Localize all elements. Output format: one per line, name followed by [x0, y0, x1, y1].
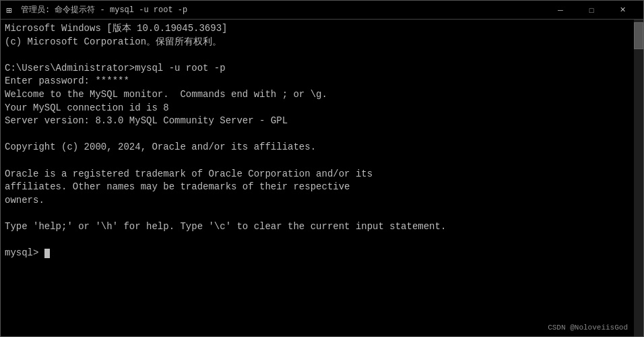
- scrollbar-thumb[interactable]: [634, 22, 643, 49]
- close-button[interactable]: ✕: [607, 1, 638, 20]
- terminal-line: Copyright (c) 2000, 2024, Oracle and/or …: [5, 141, 630, 154]
- terminal-line: [5, 49, 630, 62]
- content-area: Microsoft Windows [版本 10.0.19045.3693](c…: [1, 20, 643, 336]
- title-bar: ⊞ 管理员: 命令提示符 - mysql -u root -p ─ □ ✕: [1, 1, 643, 20]
- terminal-line: owners.: [5, 194, 630, 208]
- terminal-line: [5, 128, 630, 142]
- cursor: [44, 249, 50, 258]
- watermark: CSDN @NoloveiisGod: [548, 324, 628, 332]
- terminal-line: mysql>: [5, 247, 630, 260]
- terminal-line: Type 'help;' or '\h' for help. Type '\c'…: [5, 220, 630, 234]
- terminal-line: C:\Users\Administrator>mysql -u root -p: [5, 62, 630, 75]
- title-bar-controls: ─ □ ✕: [545, 1, 638, 20]
- terminal-line: [5, 154, 630, 168]
- terminal-line: [5, 207, 630, 220]
- window: ⊞ 管理员: 命令提示符 - mysql -u root -p ─ □ ✕ Mi…: [0, 0, 644, 337]
- terminal-line: (c) Microsoft Corporation。保留所有权利。: [5, 36, 630, 49]
- maximize-button[interactable]: □: [576, 1, 607, 20]
- terminal-line: Oracle is a registered trademark of Orac…: [5, 168, 630, 181]
- title-bar-left: ⊞ 管理员: 命令提示符 - mysql -u root -p: [6, 4, 187, 16]
- scrollbar[interactable]: [634, 20, 643, 336]
- terminal-line: Server version: 8.3.0 MySQL Community Se…: [5, 115, 630, 128]
- terminal-line: Microsoft Windows [版本 10.0.19045.3693]: [5, 22, 630, 36]
- window-icon: ⊞: [6, 5, 17, 16]
- window-title: 管理员: 命令提示符 - mysql -u root -p: [21, 4, 187, 16]
- terminal-line: Enter password: ******: [5, 75, 630, 88]
- terminal-line: affiliates. Other names may be trademark…: [5, 181, 630, 194]
- terminal-line: Welcome to the MySQL monitor. Commands e…: [5, 88, 630, 102]
- terminal-line: Your MySQL connection id is 8: [5, 102, 630, 115]
- terminal[interactable]: Microsoft Windows [版本 10.0.19045.3693](c…: [1, 20, 634, 336]
- minimize-button[interactable]: ─: [545, 1, 576, 20]
- terminal-line: [5, 234, 630, 247]
